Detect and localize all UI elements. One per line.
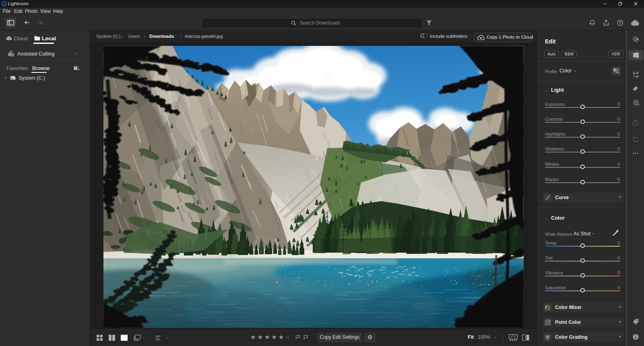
svg-text:Lr: Lr <box>3 2 6 5</box>
svg-text:?: ? <box>619 21 621 25</box>
